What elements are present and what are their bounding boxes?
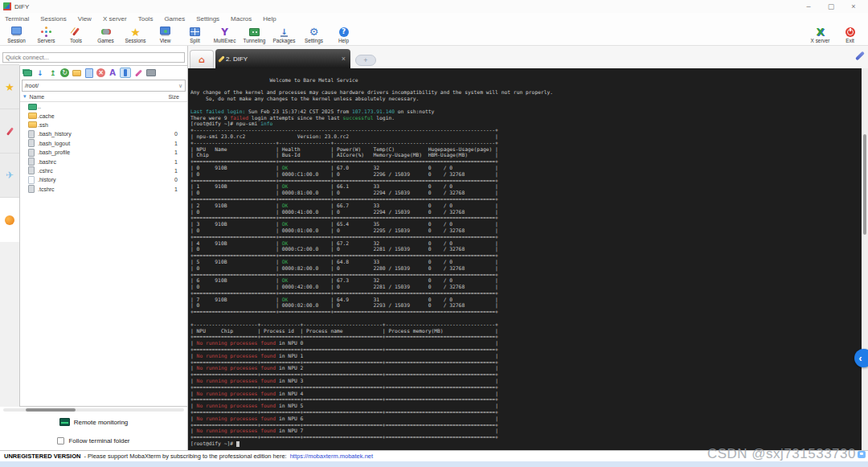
tab-close-icon[interactable]: × [342, 55, 346, 63]
menu-item-view[interactable]: View [78, 15, 92, 23]
file-row[interactable]: .bashrc1 [20, 157, 187, 166]
terminal-line: +===========================+===========… [190, 272, 860, 278]
terminal-line: +=====================+=============+===… [190, 371, 860, 378]
path-input[interactable]: /root/ ∨ [22, 80, 186, 92]
file-row[interactable]: .bash_profile1 [20, 148, 187, 157]
split-icon [189, 27, 202, 37]
terminal-line: | No running processes found in NPU 4 | [190, 391, 860, 397]
upload-icon[interactable] [47, 68, 59, 78]
edit-pencil-icon[interactable] [855, 51, 865, 60]
menu-item-sessions[interactable]: Sessions [40, 15, 66, 23]
file-icon [28, 149, 38, 157]
collapse-panel-button[interactable]: ‹ [854, 349, 868, 367]
new-folder-icon[interactable] [71, 68, 82, 78]
file-row[interactable]: .history0 [20, 175, 187, 184]
column-name[interactable]: Name [30, 94, 45, 100]
toolbar-label: Help [338, 38, 349, 43]
follow-terminal-folder-checkbox[interactable] [57, 437, 64, 444]
sidebar-macros-tab[interactable] [0, 198, 19, 242]
terminal-line: | 0 | 0000:02:00.0 | 0 2293 / 15039 0 / … [190, 302, 860, 309]
close-button[interactable]: × [842, 1, 865, 12]
file-icon [28, 166, 38, 174]
edit-icon[interactable] [133, 68, 144, 78]
toolbar-label: X server [811, 38, 830, 43]
chevron-down-icon[interactable]: ∨ [178, 83, 182, 89]
toolbar-button-x-server[interactable]: X server [805, 27, 835, 43]
toolbar-button-split[interactable]: Split [180, 27, 210, 43]
toolbar-button-view[interactable]: View [150, 27, 180, 43]
terminal-line [190, 71, 860, 77]
toolbar-button-multiexec[interactable]: MultiExec [210, 27, 240, 43]
file-size: 0 [174, 131, 184, 137]
track-folder-icon[interactable] [120, 68, 131, 78]
maximize-button[interactable]: ▢ [820, 1, 842, 12]
screen-icon[interactable] [145, 68, 157, 78]
toolbar-button-games[interactable]: Games [91, 27, 121, 43]
menu-item-x-server[interactable]: X server [103, 15, 127, 23]
window-controls: – ▢ × [797, 1, 865, 12]
delete-icon[interactable] [96, 68, 105, 77]
terminal-line [190, 102, 860, 109]
toolbar-button-exit[interactable]: Exit [835, 27, 865, 43]
terminal-line: +===========================+===========… [190, 252, 860, 259]
sidebar-horizontal-scrollbar[interactable] [3, 408, 184, 412]
file-row[interactable]: .ssh [20, 121, 187, 129]
terminal-scrollbar[interactable] [862, 68, 868, 450]
toolbar-button-tunneling[interactable]: Tunneling [240, 27, 269, 43]
st-plane-icon: ✈ [6, 170, 14, 181]
rename-icon[interactable] [107, 68, 118, 78]
file-list: ...cache.ssh.bash_history0.bash_logout1.… [20, 102, 187, 406]
st-ball-icon [5, 215, 14, 225]
sidebar-sftp-tab[interactable]: ✈ [0, 154, 19, 198]
up-folder-icon[interactable] [22, 68, 33, 78]
menu-item-terminal[interactable]: Terminal [5, 15, 29, 23]
toolbar-button-sessions[interactable]: Sessions [121, 27, 150, 43]
menu-item-tools[interactable]: Tools [138, 15, 154, 23]
terminal-line: | 1 910B | OK | 66.1 33 0 / 0 | [190, 183, 860, 190]
terminal-line: | Chip | Bus-Id | AICore(%) Memory-Usage… [190, 152, 860, 158]
terminal-line: +=====================+=============+===… [190, 396, 860, 403]
menu-item-settings[interactable]: Settings [196, 15, 219, 23]
file-row[interactable]: .tcshrc1 [20, 185, 187, 194]
file-row[interactable]: .cache [20, 111, 187, 120]
settings-icon [308, 27, 321, 37]
packages-icon [278, 27, 291, 37]
terminal-line: | NPU Chip | Process id | Process name |… [190, 328, 860, 334]
toolbar-button-tools[interactable]: Tools [61, 27, 91, 43]
terminal-line: +===========================+===========… [190, 196, 860, 203]
file-row[interactable]: .cshrc1 [20, 166, 187, 175]
menu-item-games[interactable]: Games [164, 15, 185, 23]
new-file-icon[interactable] [84, 68, 95, 78]
sort-arrow-icon[interactable]: ▾ [23, 93, 27, 100]
mobatek-link[interactable]: https://mobaxterm.mobatek.net [290, 453, 373, 460]
new-tab-button[interactable]: + [355, 55, 376, 66]
menu-item-help[interactable]: Help [263, 15, 276, 23]
download-icon[interactable] [35, 68, 46, 78]
toolbar-button-servers[interactable]: Servers [31, 27, 61, 43]
toolbar-button-session[interactable]: Session [2, 27, 31, 43]
scrollbar-thumb[interactable] [863, 134, 866, 235]
remote-monitoring-button[interactable]: Remote monitoring [0, 413, 187, 431]
home-tab-button[interactable]: ⌂ [190, 50, 214, 68]
sidebar-tools-tab[interactable] [0, 109, 19, 154]
minimize-button[interactable]: – [797, 1, 820, 12]
toolbar-button-settings[interactable]: Settings [299, 27, 329, 43]
menu-item-macros[interactable]: Macros [231, 15, 252, 23]
quick-connect-input[interactable] [2, 52, 185, 63]
file-row[interactable]: .bash_history0 [20, 129, 187, 138]
terminal[interactable]: Welcome to Bare Metal Service Any change… [188, 68, 868, 450]
terminal-line: | No running processes found in NPU 7 | [190, 428, 860, 434]
file-row[interactable]: .. [20, 102, 187, 111]
terminal-pencil-icon [218, 55, 224, 62]
file-icon [28, 139, 38, 147]
toolbar-button-packages[interactable]: Packages [269, 27, 299, 43]
toolbar-button-help[interactable]: Help [329, 27, 358, 43]
column-size[interactable]: Size [168, 94, 184, 100]
tab-active-session[interactable]: 2. DIFY × [215, 49, 350, 68]
file-row[interactable]: .bash_logout1 [20, 139, 187, 148]
sidebar-sessions-tab[interactable]: ★ [0, 65, 19, 109]
terminal-line: +---------------------+-------------+---… [190, 322, 860, 328]
refresh-icon[interactable] [60, 68, 69, 77]
scrollbar-thumb[interactable] [26, 408, 76, 412]
file-size: 1 [174, 150, 184, 155]
